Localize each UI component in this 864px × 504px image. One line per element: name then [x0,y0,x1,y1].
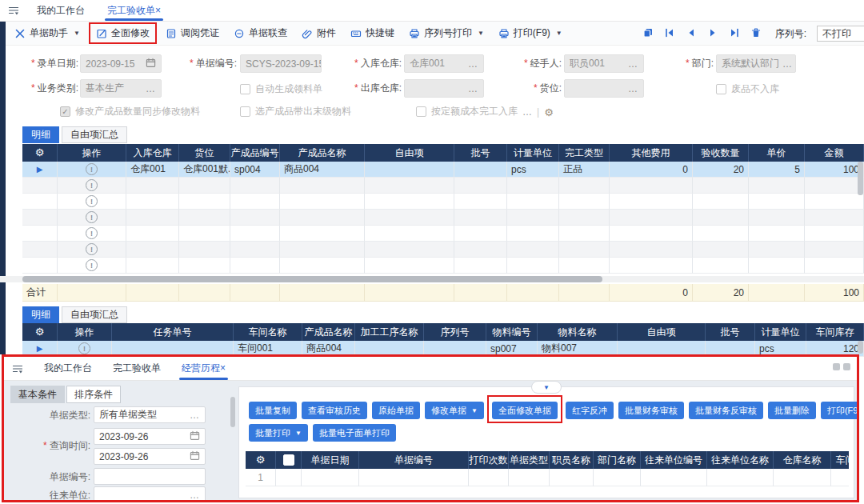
settings-icon[interactable]: ⚙ [22,144,58,162]
field-input-单据编号:[interactable]: SCYS-2023-09-15-... [240,54,322,73]
field-input-出库仓库:[interactable]: … [404,79,484,98]
grid1-hscroll-thumb[interactable] [22,276,602,282]
button-原始单据[interactable]: 原始单据 [372,402,420,419]
checkbox-box[interactable] [240,84,250,94]
grid2-tab-自由项汇总[interactable]: 自由项汇总 [62,306,127,323]
ellipsis-picker-icon[interactable]: … [779,58,793,70]
ellipsis-picker-icon[interactable]: … [465,58,478,70]
field-input-业务类别:[interactable]: 基本生产… [80,79,162,98]
copy-icon[interactable] [642,27,654,41]
overlay-tab-1[interactable]: 完工验收单 [113,357,161,380]
toolbar-item-单据助手[interactable]: 单据助手▼ [14,26,80,40]
checkbox-box[interactable] [60,106,70,117]
filter-tab-排序条件[interactable]: 排序条件 [66,386,121,403]
ellipsis-picker-icon[interactable]: … [465,83,478,94]
checkbox-按定额成本完工入库[interactable]: 按定额成本完工入库…|⚙ [416,105,554,118]
button-打印(F9)[interactable]: 打印(F9)▼ [821,402,859,419]
panel-control-icon[interactable] [843,363,850,370]
overlay-tab-0[interactable]: 我的工作台 [44,357,92,380]
table-row[interactable]: ! [22,194,864,210]
menu-icon[interactable] [12,363,23,374]
next-icon[interactable] [707,27,718,41]
toolbar-item-快捷键[interactable]: 快捷键 [350,26,394,40]
table-row[interactable]: ! [22,258,864,274]
filter-date-input[interactable]: 2023-09-26 [94,448,206,465]
checkbox-box[interactable] [416,106,426,117]
checkbox-废品不入库[interactable]: 废品不入库 [716,82,779,96]
info-icon[interactable]: ! [86,163,98,175]
ellipsis-picker-icon[interactable]: … [190,490,200,501]
collapse-toggle[interactable]: ▼ [531,381,562,394]
filter-tab-基本条件[interactable]: 基本条件 [10,386,65,403]
ellipsis-picker-icon[interactable]: … [522,106,532,118]
toolbar-item-打印(F9)[interactable]: 打印(F9)▼ [498,26,562,40]
grid1-tab-自由项汇总[interactable]: 自由项汇总 [62,126,127,143]
toolbar-item-全面修改[interactable]: 全面修改 [89,22,157,44]
button-修改单据[interactable]: 修改单据▼ [425,402,484,419]
field-input-经手人:[interactable]: 职员001… [564,54,644,73]
button-批量复制[interactable]: 批量复制 [249,402,297,419]
last-icon[interactable] [729,27,740,41]
info-icon[interactable]: ! [86,179,98,191]
checkbox-box[interactable] [716,84,726,94]
ellipsis-picker-icon[interactable]: … [625,83,638,94]
button-批量删除[interactable]: 批量删除 [768,402,816,419]
trash-icon[interactable] [750,27,762,41]
menu-icon[interactable] [8,5,19,16]
toolbar-item-单据联查[interactable]: 单据联查 [234,26,287,40]
table-row[interactable]: ! [22,178,864,194]
table-row[interactable]: ! [22,242,864,258]
info-icon[interactable]: ! [78,342,90,354]
info-icon[interactable]: ! [86,243,98,255]
prev-icon[interactable] [686,27,697,41]
checkbox-box[interactable] [283,454,294,466]
button-红字反冲[interactable]: 红字反冲 [566,402,614,419]
grid1-tab-明细[interactable]: 明细 [22,126,59,143]
field-input-录单日期:[interactable]: 2023-09-15 [80,54,162,73]
field-input-部门:[interactable]: 系统默认部门… [716,54,796,73]
info-icon[interactable]: ! [86,227,98,239]
table-row[interactable]: 1 [246,469,849,486]
grid2-vscroll-thumb[interactable] [858,341,863,354]
ellipsis-picker-icon[interactable]: … [142,83,156,94]
left-panel-vscroll-thumb[interactable] [230,397,235,427]
checkbox-box[interactable] [240,106,250,117]
tab-completion-form[interactable]: 完工验收单× [107,0,161,21]
grid2-tab-明细[interactable]: 明细 [22,306,59,323]
field-input-货位:[interactable]: … [564,79,644,98]
settings-icon[interactable]: ⚙ [246,451,276,469]
info-icon[interactable]: ! [86,195,98,207]
grid1-vscroll-thumb[interactable] [858,162,863,195]
toolbar-item-附件[interactable]: 附件 [302,26,336,40]
button-批量打印[interactable]: 批量打印▼ [249,424,308,442]
button-批量财务反审核[interactable]: 批量财务反审核 [689,402,763,419]
button-批量财务审核[interactable]: 批量财务审核 [618,402,684,419]
table-row[interactable]: ! [22,210,864,226]
checkbox-选产成品带出末级物料[interactable]: 选产成品带出末级物料 [240,105,351,118]
settings-icon[interactable]: ⚙ [22,323,58,341]
button-全面修改单据[interactable]: 全面修改单据 [492,402,558,419]
ellipsis-picker-icon[interactable]: … [625,58,638,70]
panel-control-icon[interactable] [833,363,840,370]
overlay-tab-2[interactable]: 经营历程× [182,357,226,380]
checkbox-自动生成领料单[interactable]: 自动生成领料单 [240,82,322,96]
checkbox-修改产成品数量同步修改物料[interactable]: 修改产成品数量同步修改物料 [60,105,200,118]
serial-number-select[interactable]: 不打印 [817,26,864,42]
filter-input-单据类型:[interactable]: 所有单据类型… [94,406,206,423]
toolbar-item-调阅凭证[interactable]: 调阅凭证 [166,26,219,40]
field-input-入库仓库:[interactable]: 仓库001… [404,54,484,73]
table-row[interactable]: ! [22,226,864,242]
table-row[interactable]: ▶!仓库001仓库001默...sp004商品004pcs正品0205100 [22,162,864,178]
info-icon[interactable]: ! [86,211,98,223]
button-批量电子面单打印[interactable]: 批量电子面单打印 [313,424,396,442]
select-all-checkbox[interactable] [276,451,302,469]
settings-icon[interactable]: ⚙ [544,106,554,118]
filter-input-单据编号:[interactable] [94,468,206,485]
filter-date-input[interactable]: 2023-09-26 [94,428,206,445]
tab-workbench[interactable]: 我的工作台 [37,0,85,21]
ellipsis-picker-icon[interactable]: … [190,410,200,421]
first-icon[interactable] [664,27,675,41]
button-查看审核历史[interactable]: 查看审核历史 [302,402,367,419]
info-icon[interactable]: ! [86,259,98,271]
toolbar-item-序列号打印[interactable]: 序列号打印▼ [409,26,484,40]
